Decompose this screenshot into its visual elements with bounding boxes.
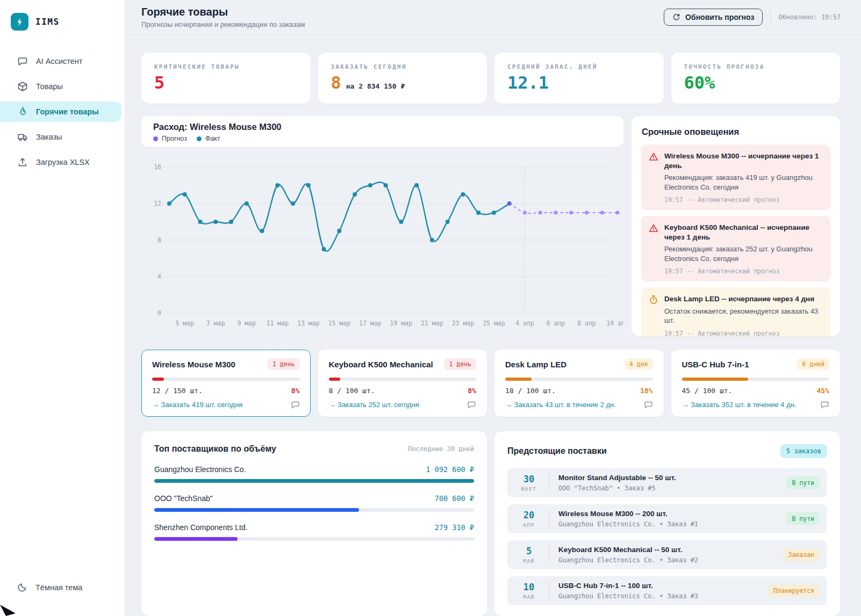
kpi-value: 60% [684,74,715,91]
delivery-subtitle: Guangzhou Electronics Co. • Заказ #2 [558,556,783,564]
days-left-badge: 6 дней [797,358,829,370]
delivery-title: Keyboard K500 Mechanical -- 50 шт. [558,546,783,554]
kpi-value: 5 [154,74,164,91]
alert-card[interactable]: Wireless Mouse M300 -- исчерпание через … [641,144,830,210]
page-subtitle: Прогнозы исчерпания и рекомендации по за… [141,20,305,28]
divider [770,10,771,25]
divider [549,509,550,528]
suppliers-list: Guangzhou Electronics Co. 1 092 600 ₽ ОО… [154,465,474,541]
kpi-card: ЗАКАЗАТЬ СЕГОДНЯ 8 на 2 834 150 ₽ [318,53,487,104]
consumption-chart-zone: Расход: Wireless Mouse M300 Прогноз Факт… [141,116,623,336]
delivery-day: 30 [515,474,543,484]
order-link[interactable]: → Заказать 252 шт. сегодня [329,401,419,409]
chat-icon[interactable] [644,400,653,409]
sidebar-item-горячие-товары[interactable]: Горячие товары [0,102,121,122]
chat-icon[interactable] [467,400,476,409]
delivery-row[interactable]: 10 МАЙ USB-C Hub 7-in-1 -- 100 шт. Guang… [507,576,827,605]
refresh-forecast-button[interactable]: Обновить прогноз [664,9,763,26]
legend-label: Прогноз [162,135,187,142]
stock-count: 18 / 100 шт. [505,387,556,395]
deliveries-list: 30 МАРТ Monitor Stand Adjustable -- 50 ш… [507,468,827,605]
product-card[interactable]: Keyboard K500 Mechanical 1 день 8 / 100 … [318,350,487,417]
delivery-title: Monitor Stand Adjustable -- 50 шт. [558,474,786,482]
warning-icon [649,152,658,162]
product-card[interactable]: USB-C Hub 7-in-1 6 дней 45 / 100 шт. 45%… [671,350,841,417]
kpi-card: СРЕДНИЙ ЗАПАС, ДНЕЙ 12.1 [494,53,664,104]
alert-time: 19:57 -- Автоматический прогноз [664,196,823,204]
supplier-volume-bar [154,508,474,512]
kpi-label: КРИТИЧЕСКИЕ ТОВАРЫ [154,63,298,70]
alert-body: Рекомендация: заказать 419 шт. у Guangzh… [664,173,823,192]
stock-count: 12 / 150 шт. [152,387,203,395]
sidebar-item-label: Горячие товары [36,107,99,116]
svg-text:5 мар: 5 мар [175,320,194,327]
sidebar-item-label: AI Ассистент [36,57,82,66]
sidebar-item-ai-ассистент[interactable]: AI Ассистент [0,51,121,71]
delivery-row[interactable]: 20 АПР Wireless Mouse M300 -- 200 шт. Gu… [507,504,827,533]
product-name: USB-C Hub 7-in-1 [682,360,749,369]
svg-text:15 мар: 15 мар [328,320,351,327]
product-name: Wireless Mouse M300 [152,360,235,369]
supplier-volume-bar [154,479,474,483]
delivery-row[interactable]: 5 МАЙ Keyboard K500 Mechanical -- 50 шт.… [507,540,827,569]
chart-legend: Прогноз Факт [153,135,612,142]
delivery-subtitle: ООО "TechSnab" • Заказ #5 [558,484,786,492]
supplier-name: ООО "TechSnab" [154,494,213,503]
alert-time: 19:57 -- Автоматический прогноз [664,267,823,275]
sidebar-item-label: Товары [36,82,63,91]
stock-count: 8 / 100 шт. [329,387,375,395]
delivery-status-badge: В пути [786,512,820,525]
delivery-row[interactable]: 30 МАРТ Monitor Stand Adjustable -- 50 ш… [507,468,827,497]
chat-icon[interactable] [291,400,300,409]
warning-icon [649,223,658,233]
consumption-chart: 04812165 мар7 мар9 мар11 мар13 мар15 мар… [141,147,623,336]
svg-text:4 апр: 4 апр [515,320,534,327]
kpi-card: КРИТИЧЕСКИЕ ТОВАРЫ 5 [141,53,311,104]
suppliers-title: Топ поставщиков по объёму [154,444,276,454]
chat-icon[interactable] [820,400,829,409]
delivery-status-badge: Заказан [783,548,820,561]
suppliers-period: Последние 30 дней [408,445,474,453]
supplier-row: Shenzhen Components Ltd. 279 310 ₽ [154,523,474,541]
kpi-label: СРЕДНИЙ ЗАПАС, ДНЕЙ [507,63,651,70]
stock-count: 45 / 100 шт. [682,387,733,395]
sidebar-item-загрузка-xlsx[interactable]: Загрузка XLSX [0,152,121,172]
stock-percent: 8% [468,387,476,395]
svg-text:19 мар: 19 мар [390,320,413,327]
alert-card[interactable]: Keyboard K500 Mechanical -- исчерпание ч… [641,216,830,281]
orders-count-badge: 5 заказов [780,444,827,458]
kpi-value: 12.1 [507,74,549,91]
kpi-label: ЗАКАЗАТЬ СЕГОДНЯ [331,63,475,70]
delivery-day: 10 [515,582,543,592]
lightning-icon [11,13,28,31]
alert-title: Wireless Mouse M300 -- исчерпание через … [664,151,823,170]
days-left-badge: 1 день [268,358,300,370]
alert-card[interactable]: Desk Lamp LED -- исчерпание через 4 дня … [641,287,830,336]
product-card[interactable]: Desk Lamp LED 4 дня 18 / 100 шт. 18% → З… [494,350,664,417]
product-card[interactable]: Wireless Mouse M300 1 день 12 / 150 шт. … [141,350,311,417]
theme-toggle[interactable]: Тёмная тема [17,582,82,592]
upload-icon [17,157,28,168]
delivery-subtitle: Guangzhou Electronics Co. • Заказ #1 [558,520,786,528]
top-suppliers-panel: Топ поставщиков по объёму Последние 30 д… [141,431,487,616]
sidebar-nav: AI Ассистент Товары Горячие товары Заказ… [0,51,125,172]
sidebar-item-label: Заказы [36,133,62,141]
supplier-row: ООО "TechSnab" 700 600 ₽ [154,494,474,512]
page-header: Горячие товары Прогнозы исчерпания и рек… [125,0,861,35]
sidebar-item-товары[interactable]: Товары [0,76,121,97]
sidebar-item-заказы[interactable]: Заказы [0,127,121,147]
order-link[interactable]: → Заказать 419 шт. сегодня [152,401,242,409]
chart-header: Расход: Wireless Mouse M300 Прогноз Факт [141,116,623,147]
alert-body: Остаток снижается, рекомендуется заказат… [664,307,823,325]
main-area: Горячие товары Прогнозы исчерпания и рек… [125,0,861,616]
stock-progress-bar [682,378,830,381]
svg-text:13 мар: 13 мар [297,320,320,327]
legend-dot-icon [153,136,158,141]
order-link[interactable]: → Заказать 43 шт. в течение 2 дн. [505,401,616,409]
flame-icon [17,106,28,117]
timer-icon [649,295,658,305]
delivery-title: Wireless Mouse M300 -- 200 шт. [558,510,786,518]
order-link[interactable]: → Заказать 352 шт. в течение 4 дн. [682,401,797,409]
svg-text:0: 0 [157,309,161,317]
page-title: Горячие товары [141,6,305,18]
